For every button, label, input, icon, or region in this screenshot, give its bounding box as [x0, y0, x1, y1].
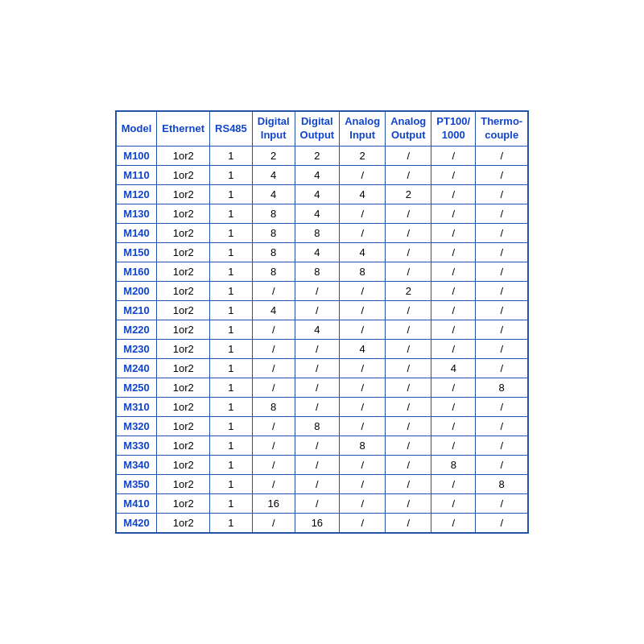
cell-12-7: /	[431, 378, 476, 397]
cell-7-7: /	[431, 281, 476, 300]
cell-15-7: /	[431, 436, 476, 455]
cell-9-2: 1	[210, 320, 253, 339]
cell-0-8: /	[476, 146, 529, 165]
cell-6-5: 8	[340, 262, 386, 281]
cell-2-8: /	[476, 184, 529, 204]
cell-12-4: /	[295, 378, 340, 397]
cell-10-5: 4	[340, 339, 386, 358]
cell-0-0: M100	[116, 146, 157, 165]
cell-18-3: 16	[252, 493, 295, 513]
column-header-8: Thermo-couple	[476, 111, 529, 146]
cell-2-3: 4	[252, 184, 295, 204]
cell-3-4: 4	[295, 204, 340, 223]
table-row: M2201or21/4////	[116, 320, 528, 339]
cell-18-5: /	[340, 493, 386, 513]
cell-4-5: /	[340, 223, 386, 242]
cell-19-3: /	[252, 513, 295, 533]
table-row: M1301or2184////	[116, 204, 528, 223]
cell-4-3: 8	[252, 223, 295, 242]
table-row: M1501or21844///	[116, 242, 528, 262]
cell-18-7: /	[431, 493, 476, 513]
cell-17-1: 1or2	[157, 474, 210, 493]
cell-15-1: 1or2	[157, 436, 210, 455]
cell-5-5: 4	[340, 242, 386, 262]
table-row: M3401or21////8/	[116, 455, 528, 474]
table-row: M3501or21/////8	[116, 474, 528, 493]
cell-13-0: M310	[116, 397, 157, 416]
cell-13-3: 8	[252, 397, 295, 416]
cell-1-4: 4	[295, 165, 340, 184]
cell-16-2: 1	[210, 455, 253, 474]
cell-18-0: M410	[116, 493, 157, 513]
cell-8-0: M210	[116, 300, 157, 320]
cell-7-2: 1	[210, 281, 253, 300]
cell-11-1: 1or2	[157, 358, 210, 378]
cell-9-6: /	[386, 320, 431, 339]
cell-12-0: M250	[116, 378, 157, 397]
header-row: ModelEthernetRS485DigitalInputDigitalOut…	[116, 111, 528, 146]
cell-8-6: /	[386, 300, 431, 320]
cell-13-6: /	[386, 397, 431, 416]
cell-1-1: 1or2	[157, 165, 210, 184]
table-row: M4201or21/16////	[116, 513, 528, 533]
table-row: M1201or214442//	[116, 184, 528, 204]
cell-1-8: /	[476, 165, 529, 184]
cell-18-2: 1	[210, 493, 253, 513]
cell-7-3: /	[252, 281, 295, 300]
cell-11-6: /	[386, 358, 431, 378]
cell-14-6: /	[386, 416, 431, 436]
cell-0-4: 2	[295, 146, 340, 165]
cell-10-7: /	[431, 339, 476, 358]
cell-14-1: 1or2	[157, 416, 210, 436]
cell-6-7: /	[431, 262, 476, 281]
cell-16-8: /	[476, 455, 529, 474]
table-row: M3201or21/8////	[116, 416, 528, 436]
cell-3-2: 1	[210, 204, 253, 223]
table-row: M2301or21//4///	[116, 339, 528, 358]
cell-3-7: /	[431, 204, 476, 223]
cell-12-5: /	[340, 378, 386, 397]
cell-9-1: 1or2	[157, 320, 210, 339]
cell-7-0: M200	[116, 281, 157, 300]
cell-6-0: M160	[116, 262, 157, 281]
column-header-7: PT100/1000	[431, 111, 476, 146]
column-header-0: Model	[116, 111, 157, 146]
cell-4-0: M140	[116, 223, 157, 242]
column-header-5: AnalogInput	[340, 111, 386, 146]
cell-10-4: /	[295, 339, 340, 358]
cell-6-4: 8	[295, 262, 340, 281]
table-row: M1001or21222///	[116, 146, 528, 165]
cell-17-7: /	[431, 474, 476, 493]
cell-4-4: 8	[295, 223, 340, 242]
cell-19-1: 1or2	[157, 513, 210, 533]
column-header-3: DigitalInput	[252, 111, 295, 146]
cell-14-8: /	[476, 416, 529, 436]
specs-table: ModelEthernetRS485DigitalInputDigitalOut…	[115, 110, 529, 534]
cell-9-3: /	[252, 320, 295, 339]
cell-2-2: 1	[210, 184, 253, 204]
cell-9-5: /	[340, 320, 386, 339]
cell-18-6: /	[386, 493, 431, 513]
cell-10-2: 1	[210, 339, 253, 358]
main-container: ModelEthernetRS485DigitalInputDigitalOut…	[99, 86, 545, 558]
cell-16-6: /	[386, 455, 431, 474]
cell-12-3: /	[252, 378, 295, 397]
cell-6-6: /	[386, 262, 431, 281]
cell-5-8: /	[476, 242, 529, 262]
table-body: M1001or21222///M1101or2144////M1201or214…	[116, 146, 528, 533]
cell-1-5: /	[340, 165, 386, 184]
cell-9-8: /	[476, 320, 529, 339]
cell-17-2: 1	[210, 474, 253, 493]
cell-12-2: 1	[210, 378, 253, 397]
table-row: M2501or21/////8	[116, 378, 528, 397]
cell-7-5: /	[340, 281, 386, 300]
cell-17-4: /	[295, 474, 340, 493]
table-row: M1601or21888///	[116, 262, 528, 281]
cell-11-7: 4	[431, 358, 476, 378]
cell-0-5: 2	[340, 146, 386, 165]
cell-16-3: /	[252, 455, 295, 474]
cell-16-1: 1or2	[157, 455, 210, 474]
cell-3-3: 8	[252, 204, 295, 223]
cell-15-0: M330	[116, 436, 157, 455]
cell-15-4: /	[295, 436, 340, 455]
